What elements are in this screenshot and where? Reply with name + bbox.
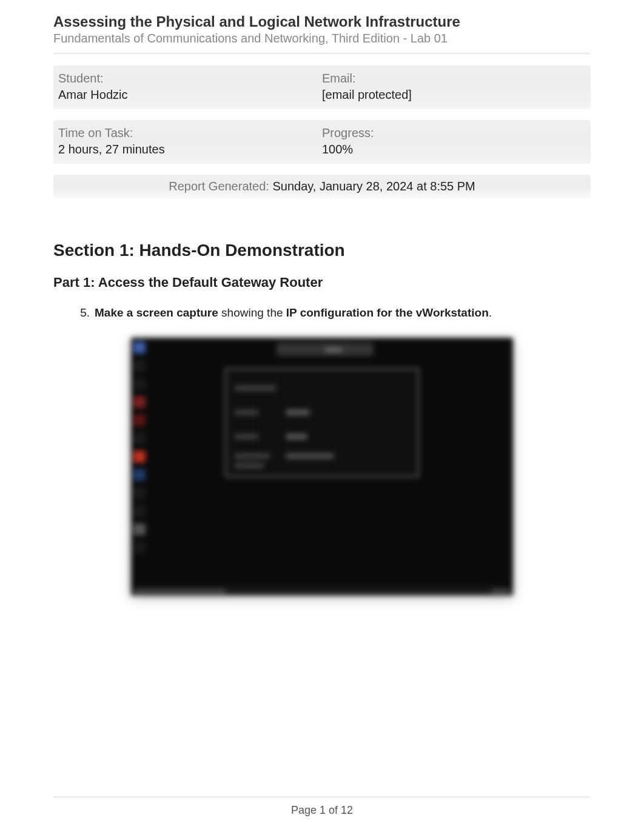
taskbar-icon: [133, 469, 146, 481]
student-label: Student:: [58, 72, 322, 86]
screenshot-container: [53, 338, 591, 595]
taskbar-icon: [133, 451, 146, 463]
instruction-number: 5.: [73, 306, 90, 320]
task-info-block: Time on Task: 2 hours, 27 minutes Progre…: [53, 120, 591, 164]
instruction-list: 5. Make a screen capture showing the IP …: [53, 306, 591, 320]
taskbar-icon: [133, 360, 146, 372]
report-generated-row: Report Generated: Sunday, January 28, 20…: [53, 175, 591, 198]
taskbar-icon: [133, 542, 146, 554]
section-heading: Section 1: Hands-On Demonstration: [53, 241, 591, 260]
report-generated-label: Report Generated:: [169, 179, 269, 193]
email-label: Email:: [322, 72, 586, 86]
progress-value: 100%: [322, 143, 586, 156]
email-value: [email protected]: [322, 88, 586, 102]
taskbar-icon: [133, 414, 146, 426]
instruction-mid: showing the: [218, 306, 286, 319]
instruction-text: Make a screen capture showing the IP con…: [95, 306, 492, 320]
document-title: Assessing the Physical and Logical Netwo…: [53, 13, 591, 30]
progress-label: Progress:: [322, 126, 586, 140]
footer-divider: [53, 796, 591, 798]
student-info-block: Student: Amar Hodzic Email: [email prote…: [53, 65, 591, 109]
taskbar-icon: [133, 505, 146, 517]
student-value: Amar Hodzic: [58, 88, 322, 102]
taskbar-icon: [133, 396, 146, 408]
instruction-end: .: [489, 306, 492, 319]
instruction-bold-2: IP configuration for the vWorkstation: [286, 306, 489, 319]
part-heading: Part 1: Access the Default Gateway Route…: [53, 275, 591, 290]
page-footer: Page 1 of 12: [53, 796, 591, 817]
embedded-screenshot: [131, 338, 513, 595]
report-generated-value: Sunday, January 28, 2024 at 8:55 PM: [272, 179, 475, 193]
inner-window: [225, 368, 419, 477]
instruction-item: 5. Make a screen capture showing the IP …: [73, 306, 591, 320]
taskbar-icon: [133, 341, 146, 354]
instruction-bold-1: Make a screen capture: [95, 306, 218, 319]
taskbar-icon: [133, 523, 146, 535]
time-label: Time on Task:: [58, 126, 322, 140]
document-subtitle: Fundamentals of Communications and Netwo…: [53, 32, 591, 45]
divider: [53, 53, 591, 55]
page-number: Page 1 of 12: [53, 804, 591, 817]
taskbar-icon: [133, 378, 146, 390]
taskbar-icon: [133, 487, 146, 499]
taskbar-icon: [133, 432, 146, 444]
time-value: 2 hours, 27 minutes: [58, 143, 322, 156]
